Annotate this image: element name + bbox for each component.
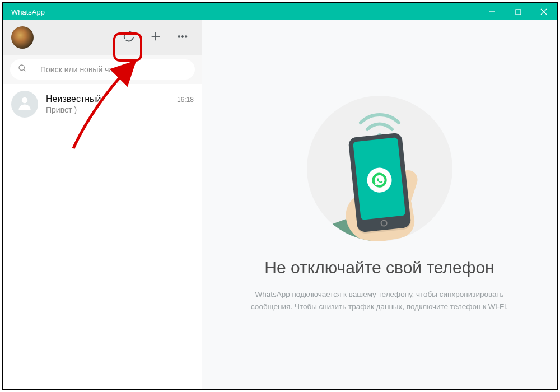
whatsapp-logo-icon xyxy=(366,167,393,194)
chat-name: Неизвестный xyxy=(46,94,101,104)
chat-list-item[interactable]: Неизвестный 16:18 Привет ) xyxy=(3,84,202,124)
new-chat-button[interactable] xyxy=(144,26,167,49)
svg-point-8 xyxy=(185,36,187,38)
chat-time: 16:18 xyxy=(177,96,194,104)
left-pane: Неизвестный 16:18 Привет ) xyxy=(3,20,202,389)
app-window: WhatsApp xyxy=(2,2,558,390)
titlebar: WhatsApp xyxy=(3,3,557,20)
minimize-button[interactable] xyxy=(479,3,505,20)
placeholder-illustration xyxy=(307,96,452,241)
maximize-button[interactable] xyxy=(505,3,531,20)
dots-icon xyxy=(176,30,189,45)
search-icon xyxy=(18,64,27,75)
right-pane: Не отключайте свой телефон WhatsApp подк… xyxy=(202,20,557,389)
plus-icon xyxy=(150,30,162,45)
contact-avatar xyxy=(11,91,38,118)
placeholder-title: Не отключайте свой телефон xyxy=(264,258,494,277)
svg-point-11 xyxy=(22,97,28,104)
status-button[interactable] xyxy=(118,26,140,49)
search-input[interactable] xyxy=(40,65,187,74)
svg-point-6 xyxy=(178,36,180,38)
status-icon xyxy=(123,30,135,45)
user-icon xyxy=(16,95,33,114)
svg-point-7 xyxy=(182,36,184,38)
left-header xyxy=(3,20,202,55)
close-button[interactable] xyxy=(531,3,557,20)
menu-button[interactable] xyxy=(171,26,194,49)
svg-line-10 xyxy=(24,69,25,71)
window-title: WhatsApp xyxy=(11,8,45,16)
chat-item-body: Неизвестный 16:18 Привет ) xyxy=(46,94,194,114)
svg-point-9 xyxy=(19,65,24,70)
phone-icon xyxy=(348,133,411,233)
profile-avatar[interactable] xyxy=(11,26,34,49)
app-body: Неизвестный 16:18 Привет ) xyxy=(3,20,557,389)
search-wrap xyxy=(3,55,202,84)
chat-preview: Привет ) xyxy=(46,105,194,114)
placeholder-subtitle: WhatsApp подключается к вашему телефону,… xyxy=(251,288,508,312)
search-box[interactable] xyxy=(10,59,195,80)
svg-rect-1 xyxy=(516,10,521,15)
